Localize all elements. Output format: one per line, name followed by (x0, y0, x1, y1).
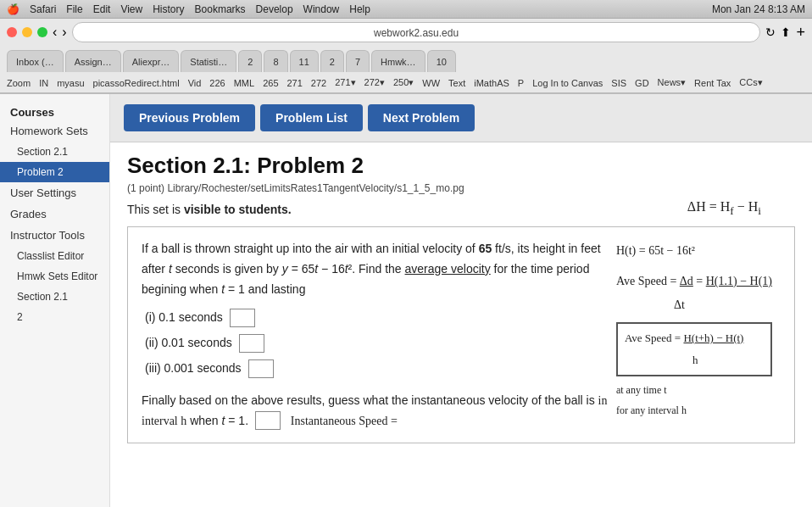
bm-250v[interactable]: 250▾ (393, 77, 414, 88)
sidebar-courses[interactable]: Courses (0, 101, 109, 120)
mac-menubar[interactable]: 🍎 Safari File Edit View History Bookmark… (0, 0, 812, 19)
sidebar-grades[interactable]: Grades (0, 203, 109, 225)
bm-gd[interactable]: GD (635, 78, 649, 88)
bm-myasu[interactable]: myasu (57, 78, 84, 88)
sidebar-instructor-tools[interactable]: Instructor Tools (0, 225, 109, 246)
forward-button[interactable]: › (62, 25, 66, 40)
browser-tabs: Inbox (… Assign… Aliexpr… Statisti… 2 8 … (0, 46, 812, 73)
clock: Mon Jan 24 8:13 AM (712, 3, 805, 15)
sidebar-2[interactable]: 2 (0, 307, 109, 327)
hw-inst-speed: Instantaneous Speed = (291, 415, 398, 427)
menu-safari[interactable]: Safari (30, 3, 56, 15)
bm-272v[interactable]: 272▾ (364, 77, 385, 88)
tab-10[interactable]: 10 (427, 50, 456, 72)
sidebar-classlist[interactable]: Classlist Editor (0, 246, 109, 266)
problem-path: (1 point) Library/Rochester/setLimitsRat… (127, 182, 795, 194)
hw-for-any: for any interval h (616, 400, 772, 421)
menu-view[interactable]: View (120, 3, 142, 15)
sidebar-hmwk-sets[interactable]: Hmwk Sets Editor (0, 266, 109, 287)
answer-row-ii: (ii) 0.01 seconds (142, 333, 616, 354)
bm-265[interactable]: 265 (263, 78, 278, 88)
row-i-label: (i) 0.1 seconds (145, 308, 223, 328)
visible-bold: visible to students. (184, 203, 292, 216)
bm-ww[interactable]: WW (422, 78, 440, 88)
answer-input-final[interactable] (255, 411, 281, 430)
nav-buttons-bar: Previous Problem Problem List Next Probl… (110, 94, 812, 142)
bm-mml[interactable]: MML (234, 78, 254, 88)
bm-272[interactable]: 272 (311, 78, 326, 88)
sidebar-problem2-label: Problem 2 (17, 166, 64, 178)
tab-8[interactable]: 8 (264, 50, 287, 72)
bm-ccs[interactable]: CCs▾ (739, 77, 762, 88)
menu-develop[interactable]: Develop (256, 3, 293, 15)
minimize-button[interactable] (22, 27, 32, 37)
tab-inbox[interactable]: Inbox (… (7, 50, 64, 72)
share-button[interactable]: ⬆ (781, 25, 791, 39)
sidebar-instructor-label: Instructor Tools (10, 229, 85, 242)
bookmark-bar: Zoom IN myasu picassoRedirect.html Vid 2… (0, 73, 812, 93)
apple-icon[interactable]: 🍎 (7, 3, 19, 15)
tab-2a[interactable]: 2 (238, 50, 262, 72)
sidebar-homework-sets[interactable]: Homework Sets (0, 120, 109, 142)
visible-text: This set is (127, 203, 181, 216)
hw-ht: H(t) = 65t − 16t² (616, 239, 772, 263)
bm-news[interactable]: News▾ (658, 77, 687, 88)
close-button[interactable] (7, 27, 17, 37)
hw-ave-speed: Ave Speed = Δd = H(1.1) − H(1) (616, 270, 772, 293)
tab-aliexpr[interactable]: Aliexpr… (123, 50, 180, 72)
sidebar-section21[interactable]: Section 2.1 (0, 142, 109, 162)
menu-bookmarks[interactable]: Bookmarks (195, 3, 246, 15)
bm-picasso[interactable]: picassoRedirect.html (93, 78, 180, 88)
previous-problem-button[interactable]: Previous Problem (124, 104, 255, 131)
problem-title: Section 2.1: Problem 2 (127, 153, 795, 179)
menu-edit[interactable]: Edit (93, 3, 111, 15)
new-tab-button[interactable]: + (796, 24, 805, 42)
tab-hmwk[interactable]: Hmwk… (371, 50, 425, 72)
problem-box: H(t) = 65t − 16t² Ave Speed = Δd = H(1.1… (127, 226, 795, 443)
menu-history[interactable]: History (153, 3, 184, 15)
answer-row-iii: (iii) 0.001 seconds (142, 359, 616, 379)
reload-button[interactable]: ↻ (765, 25, 776, 39)
bm-vid[interactable]: Vid (188, 78, 202, 88)
sidebar-problem2[interactable]: Problem 2 (0, 162, 109, 182)
main-layout: Courses Homework Sets Section 2.1 Proble… (0, 94, 812, 507)
tab-statisti[interactable]: Statisti… (181, 50, 236, 72)
next-problem-button[interactable]: Next Problem (368, 104, 475, 131)
back-button[interactable]: ‹ (53, 25, 57, 40)
bm-sis[interactable]: SIS (611, 78, 626, 88)
bm-271[interactable]: 271 (287, 78, 303, 88)
tab-11[interactable]: 11 (290, 50, 319, 72)
browser-toolbar: ‹ › webwork2.asu.edu ↻ ⬆ + (0, 19, 812, 46)
url-bar[interactable]: webwork2.asu.edu (72, 22, 761, 42)
sidebar-2-label: 2 (17, 311, 23, 323)
bm-imaths[interactable]: iMathAS (474, 78, 509, 88)
hw-box-formula: Ave Speed = H(t+h) − H(t) h (616, 322, 772, 376)
tab-2b[interactable]: 2 (320, 50, 344, 72)
bm-in[interactable]: IN (39, 78, 48, 88)
sidebar-user-settings[interactable]: User Settings (0, 182, 109, 203)
bm-canvas[interactable]: Log In to Canvas (532, 78, 603, 88)
problem-content: Section 2.1: Problem 2 (1 point) Library… (110, 142, 812, 464)
bm-zoom[interactable]: Zoom (7, 78, 31, 88)
menu-help[interactable]: Help (349, 3, 370, 15)
sidebar-homework-label: Homework Sets (10, 125, 88, 137)
menu-window[interactable]: Window (303, 3, 340, 15)
answer-input-ii[interactable] (239, 334, 264, 353)
menu-file[interactable]: File (66, 3, 82, 15)
bm-rent[interactable]: Rent Tax (694, 78, 731, 88)
tab-assign[interactable]: Assign… (65, 50, 121, 72)
bm-226[interactable]: 226 (209, 78, 225, 88)
tab-7[interactable]: 7 (346, 50, 370, 72)
hw-at-any-time: at any time t (616, 380, 772, 400)
bm-p[interactable]: P (518, 78, 524, 88)
answer-input-i[interactable] (230, 309, 255, 327)
sidebar: Courses Homework Sets Section 2.1 Proble… (0, 94, 110, 507)
answer-input-iii[interactable] (248, 359, 274, 378)
problem-list-button[interactable]: Problem List (260, 104, 363, 131)
problem-path-text: Library/Rochester/setLimitsRates1Tangent… (167, 182, 464, 194)
bm-text[interactable]: Text (448, 78, 465, 88)
bm-271v[interactable]: 271▾ (335, 77, 355, 88)
sidebar-section21b[interactable]: Section 2.1 (0, 287, 109, 307)
window-controls[interactable] (7, 27, 47, 37)
maximize-button[interactable] (37, 27, 47, 37)
